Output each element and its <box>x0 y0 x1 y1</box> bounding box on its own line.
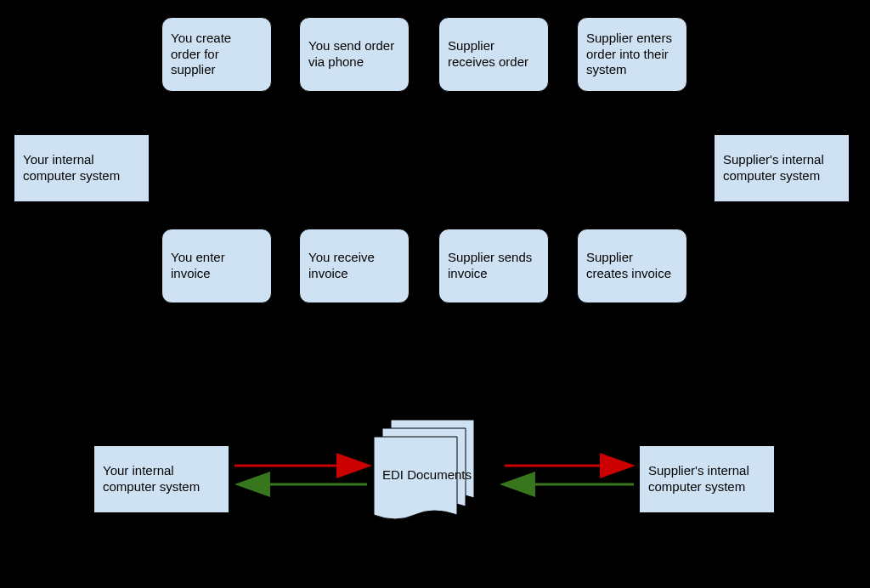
arrow-s8-to-your <box>82 206 161 266</box>
label-your-system-top: Your internal computer system <box>23 152 140 184</box>
step-supplier-enters: Supplier enters order into their system <box>577 17 687 92</box>
label-supplier-system-top: Supplier's internal computer system <box>723 152 840 184</box>
step-create-order-label: You create order for supplier <box>171 31 263 78</box>
step-supplier-creates-invoice: Supplier creates invoice <box>577 229 687 303</box>
step-send-order-label: You send order via phone <box>308 38 400 71</box>
step-supplier-sends-invoice-label: Supplier sends invoice <box>448 250 540 282</box>
label-your-system-bottom: Your internal computer system <box>103 463 220 495</box>
label-supplier-system-bottom: Supplier's internal computer system <box>648 463 765 495</box>
box-your-system-top: Your internal computer system <box>14 134 150 202</box>
step-send-order: You send order via phone <box>299 17 410 92</box>
arrow-your-to-s1 <box>82 54 158 134</box>
step-supplier-enters-label: Supplier enters order into their system <box>586 31 678 78</box>
step-supplier-creates-invoice-label: Supplier creates invoice <box>586 250 678 282</box>
box-supplier-system-bottom: Supplier's internal computer system <box>639 445 775 513</box>
step-you-enter-invoice-label: You enter invoice <box>171 250 263 282</box>
box-supplier-system-top: Supplier's internal computer system <box>714 134 850 202</box>
box-your-system-bottom: Your internal computer system <box>93 445 229 513</box>
step-create-order: You create order for supplier <box>161 17 272 92</box>
step-supplier-receives-label: Supplier receives order <box>448 38 540 71</box>
step-you-receive-invoice-label: You receive invoice <box>308 250 400 282</box>
step-supplier-sends-invoice: Supplier sends invoice <box>438 229 549 303</box>
arrow-s4-to-supplier <box>687 54 782 131</box>
step-you-receive-invoice: You receive invoice <box>299 229 410 303</box>
arrow-supplier-to-s5 <box>691 202 782 266</box>
edi-documents-label: EDI Documents <box>382 467 474 482</box>
step-supplier-receives: Supplier receives order <box>438 17 549 92</box>
diagram-stage: Your internal computer system You create… <box>0 0 870 588</box>
edi-documents-label-text: EDI Documents <box>382 467 472 482</box>
step-you-enter-invoice: You enter invoice <box>161 229 272 303</box>
